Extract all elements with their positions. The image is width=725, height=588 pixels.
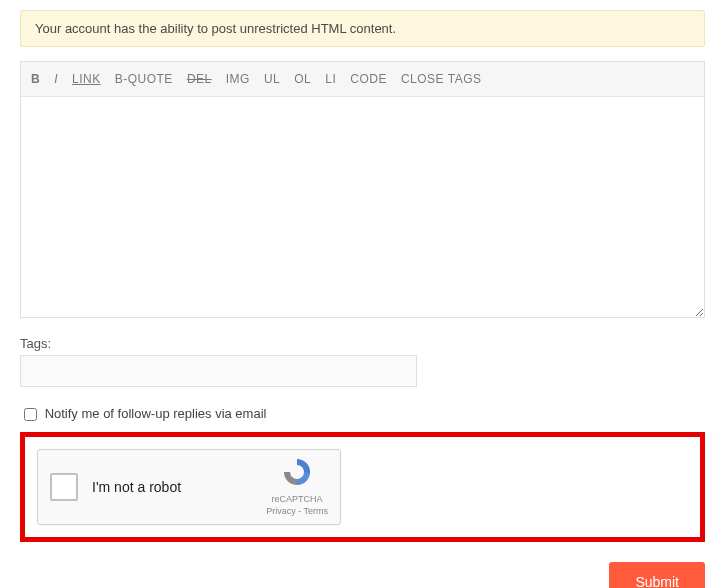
recaptcha-widget: I'm not a robot reCAPTCHA Privacy - Term…	[37, 449, 341, 525]
content-textarea[interactable]	[21, 97, 704, 317]
recaptcha-branding: reCAPTCHA Privacy - Terms	[266, 456, 328, 517]
recaptcha-privacy-link[interactable]: Privacy	[266, 506, 296, 516]
submit-row: Submit	[20, 562, 705, 588]
editor-container: B I LINK B-QUOTE DEL IMG UL OL LI CODE C…	[20, 61, 705, 318]
notify-checkbox[interactable]	[24, 408, 37, 421]
ul-button[interactable]: UL	[264, 70, 280, 88]
notice-banner: Your account has the ability to post unr…	[20, 10, 705, 47]
bold-button[interactable]: B	[31, 70, 40, 88]
close-tags-button[interactable]: CLOSE TAGS	[401, 70, 482, 88]
recaptcha-sep: -	[296, 506, 304, 516]
submit-button[interactable]: Submit	[609, 562, 705, 588]
del-button[interactable]: DEL	[187, 70, 212, 88]
ol-button[interactable]: OL	[294, 70, 311, 88]
tags-input[interactable]	[20, 355, 417, 387]
recaptcha-terms-link[interactable]: Terms	[304, 506, 329, 516]
highlight-box: I'm not a robot reCAPTCHA Privacy - Term…	[20, 432, 705, 542]
code-button[interactable]: CODE	[350, 70, 387, 88]
img-button[interactable]: IMG	[226, 70, 250, 88]
recaptcha-checkbox[interactable]	[50, 473, 78, 501]
link-button[interactable]: LINK	[72, 70, 101, 88]
recaptcha-logo-icon	[281, 456, 313, 492]
bquote-button[interactable]: B-QUOTE	[115, 70, 173, 88]
tags-label: Tags:	[20, 336, 705, 351]
italic-button[interactable]: I	[54, 70, 58, 88]
editor-toolbar: B I LINK B-QUOTE DEL IMG UL OL LI CODE C…	[21, 62, 704, 97]
li-button[interactable]: LI	[325, 70, 336, 88]
recaptcha-brand-text: reCAPTCHA	[272, 494, 323, 506]
recaptcha-label: I'm not a robot	[92, 479, 266, 495]
notify-row: Notify me of follow-up replies via email	[20, 405, 705, 424]
notify-label: Notify me of follow-up replies via email	[45, 406, 267, 421]
